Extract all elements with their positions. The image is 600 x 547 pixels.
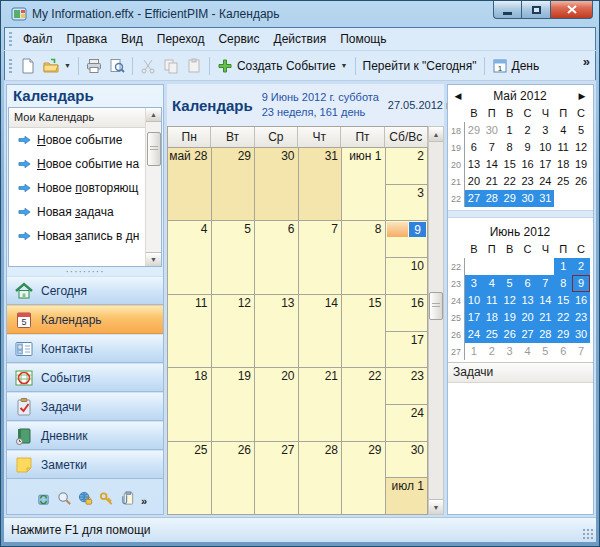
sidebar-scrollbar[interactable]: ▲ ▼ xyxy=(145,108,161,266)
day-cell[interactable]: 13 xyxy=(255,295,299,368)
next-month-arrow-icon[interactable]: ▶ xyxy=(574,91,590,101)
sidebar-splitter[interactable] xyxy=(7,267,163,276)
minical-day[interactable]: 15 xyxy=(554,292,572,309)
copy-button[interactable] xyxy=(160,56,182,76)
minimize-button[interactable] xyxy=(493,1,522,19)
minical-day[interactable]: 14 xyxy=(536,292,554,309)
minical-day[interactable]: 30 xyxy=(572,326,590,343)
day-cell[interactable]: 21 xyxy=(299,368,343,441)
minical-day[interactable]: 6 xyxy=(554,343,572,360)
globe-lock-icon[interactable] xyxy=(78,491,93,506)
minical-day[interactable]: 2 xyxy=(572,258,590,275)
minical-day[interactable]: 30 xyxy=(519,190,537,207)
sidebar-item-diary[interactable]: Дневник xyxy=(7,421,163,450)
open-button[interactable]: ▼ xyxy=(40,56,74,76)
minical-day[interactable]: 29 xyxy=(554,326,572,343)
sidebar-item-tasks[interactable]: Задачи xyxy=(7,392,163,421)
day-cell[interactable]: июн 1 xyxy=(342,148,386,221)
minical-day[interactable]: 1 xyxy=(554,258,572,275)
minical-day[interactable]: 3 xyxy=(465,275,483,292)
scroll-up-icon[interactable]: ▲ xyxy=(146,108,161,122)
sidebar-shortcut[interactable]: Новая задача xyxy=(9,200,145,224)
day-cell[interactable]: 5 xyxy=(212,221,256,294)
minical-day[interactable]: 20 xyxy=(465,173,483,190)
create-event-button[interactable]: Создать Событие▼ xyxy=(214,56,351,76)
minical-day[interactable]: 7 xyxy=(572,343,590,360)
menu-item[interactable]: Вид xyxy=(114,29,150,49)
day-cell[interactable]: май 28 xyxy=(168,148,212,221)
minical-day[interactable]: 26 xyxy=(572,173,590,190)
minical-day[interactable]: 17 xyxy=(465,309,483,326)
scrollbar-thumb[interactable] xyxy=(147,132,161,166)
resize-grip-icon[interactable] xyxy=(582,528,593,539)
day-cell-sunday[interactable]: 10 xyxy=(386,258,429,295)
minical-day[interactable]: 24 xyxy=(465,326,483,343)
day-cell-saturday[interactable]: 23 xyxy=(386,368,429,405)
minical-day[interactable]: 9 xyxy=(572,275,590,292)
minical-day[interactable]: 10 xyxy=(465,292,483,309)
day-cell[interactable]: 31 xyxy=(299,148,343,221)
day-cell[interactable]: 22 xyxy=(342,368,386,441)
minical-day[interactable]: 3 xyxy=(536,122,554,139)
maximize-button[interactable] xyxy=(522,1,551,19)
minical-day[interactable]: 21 xyxy=(536,309,554,326)
minical-day[interactable]: 11 xyxy=(483,292,501,309)
minical-day[interactable]: 2 xyxy=(483,343,501,360)
day-cell-sunday[interactable]: июл 1 xyxy=(386,478,429,515)
sidebar-shortcut[interactable]: Новое событие на xyxy=(9,152,145,176)
minical-day[interactable]: 29 xyxy=(501,190,519,207)
minical-day[interactable]: 16 xyxy=(519,156,537,173)
sidebar-item-calendar[interactable]: 5Календарь xyxy=(7,305,163,334)
day-cell[interactable]: 26 xyxy=(212,442,256,515)
new-button[interactable] xyxy=(17,56,39,76)
day-cell-saturday[interactable]: 9 xyxy=(386,221,429,258)
day-cell-sunday[interactable]: 24 xyxy=(386,405,429,442)
toolbar-grip-icon[interactable] xyxy=(9,59,12,73)
sidebar-shortcut[interactable]: Новая запись в дн xyxy=(9,224,145,248)
search-icon[interactable] xyxy=(57,491,72,506)
minical-day[interactable]: 27 xyxy=(465,190,483,207)
minical-day[interactable]: 19 xyxy=(572,156,590,173)
minical-day[interactable]: 12 xyxy=(501,292,519,309)
minical-day[interactable]: 6 xyxy=(465,139,483,156)
titlebar[interactable]: My Information.effx - EfficientPIM - Кал… xyxy=(4,0,596,27)
menu-item[interactable]: Помощь xyxy=(333,29,393,49)
sidebar-item-contacts[interactable]: Контакты xyxy=(7,334,163,363)
minical-day[interactable]: 25 xyxy=(483,326,501,343)
my-calendars-header[interactable]: Мои Календарь xyxy=(9,108,145,128)
sidebar-item-events[interactable]: События xyxy=(7,363,163,392)
day-cell[interactable]: 4 xyxy=(168,221,212,294)
print-preview-button[interactable] xyxy=(106,56,128,76)
minical-day[interactable]: 30 xyxy=(483,122,501,139)
day-cell[interactable]: 12 xyxy=(212,295,256,368)
day-cell[interactable]: 11 xyxy=(168,295,212,368)
paste-button[interactable] xyxy=(183,56,205,76)
close-button[interactable] xyxy=(551,1,593,19)
day-cell-sunday[interactable]: 3 xyxy=(386,185,429,222)
minical-day[interactable]: 10 xyxy=(536,139,554,156)
minical-day[interactable]: 14 xyxy=(483,156,501,173)
minical-day[interactable]: 24 xyxy=(536,173,554,190)
sidebar-item-home[interactable]: Сегодня xyxy=(7,276,163,305)
minical-day[interactable]: 3 xyxy=(501,343,519,360)
minical-day[interactable]: 1 xyxy=(465,343,483,360)
calendar-scrollbar[interactable]: ▲ ▼ xyxy=(428,126,444,515)
day-cell[interactable]: 19 xyxy=(212,368,256,441)
sidebar-shortcut[interactable]: Новое повторяющ xyxy=(9,176,145,200)
minical-day[interactable]: 25 xyxy=(554,173,572,190)
minical-day[interactable]: 16 xyxy=(572,292,590,309)
cut-button[interactable] xyxy=(137,56,159,76)
scroll-down-icon[interactable]: ▼ xyxy=(429,499,443,514)
minical-day[interactable]: 18 xyxy=(554,156,572,173)
minical-day[interactable]: 23 xyxy=(572,309,590,326)
day-cell[interactable]: 25 xyxy=(168,442,212,515)
minical-day[interactable]: 13 xyxy=(465,156,483,173)
day-cell[interactable]: 20 xyxy=(255,368,299,441)
minical-day[interactable]: 11 xyxy=(554,139,572,156)
minical-day[interactable]: 5 xyxy=(501,275,519,292)
day-cell-sunday[interactable]: 17 xyxy=(386,332,429,369)
scroll-down-icon[interactable]: ▼ xyxy=(146,252,161,266)
minical-day[interactable]: 4 xyxy=(554,122,572,139)
day-cell[interactable]: 8 xyxy=(342,221,386,294)
goto-today-button[interactable]: Перейти к "Сегодня" xyxy=(360,57,480,75)
